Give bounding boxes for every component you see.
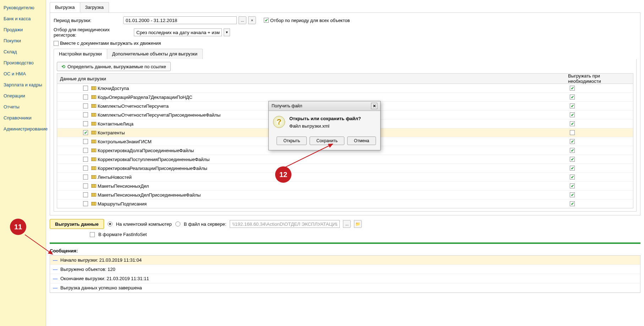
- sidebar-item[interactable]: Покупки: [0, 35, 46, 46]
- tab-export[interactable]: Выгрузка: [50, 2, 80, 12]
- catalog-icon: [91, 157, 96, 161]
- row-name: МаршрутыПодписания: [98, 201, 570, 207]
- row-name: КлючиДоступа: [98, 86, 570, 91]
- row-checkbox[interactable]: [83, 166, 88, 171]
- sidebar-item[interactable]: Зарплата и кадры: [0, 79, 46, 90]
- sidebar-item[interactable]: ОС и НМА: [0, 68, 46, 79]
- dialog-cancel-button[interactable]: Отмена: [347, 137, 376, 145]
- row-checkbox[interactable]: [83, 192, 88, 197]
- row-checkbox[interactable]: [83, 175, 88, 180]
- row-checkbox[interactable]: [83, 112, 88, 117]
- row-name: КодыОперацийРаздела7ДекларацииПоНДС: [98, 95, 570, 100]
- dash-icon: —: [53, 257, 58, 263]
- top-tabs: Выгрузка Загрузка: [50, 2, 640, 13]
- row-checkbox[interactable]: [83, 201, 88, 206]
- catalog-icon: [91, 193, 96, 197]
- row-checkbox[interactable]: [83, 157, 88, 162]
- annotation-11: 11: [10, 219, 26, 235]
- table-row[interactable]: МаршрутыПодписания: [57, 199, 633, 208]
- period-choose-button[interactable]: ...: [239, 16, 246, 24]
- period-clear-button[interactable]: ×: [248, 16, 256, 24]
- export-movements-label: Вместе с документами выгружать их движен…: [60, 41, 161, 46]
- catalog-icon: [91, 131, 96, 134]
- row-flag-checkbox[interactable]: [570, 139, 575, 144]
- export-movements-checkbox[interactable]: [54, 41, 59, 46]
- table-row[interactable]: КодыОперацийРаздела7ДекларацииПоНДС: [57, 93, 633, 102]
- sidebar-item[interactable]: Справочники: [0, 112, 46, 123]
- catalog-icon: [91, 166, 96, 170]
- tab-additional-objects[interactable]: Дополнительные объекты для выгрузки: [107, 49, 203, 59]
- row-checkbox[interactable]: [83, 103, 88, 108]
- catalog-icon: [91, 175, 96, 179]
- period-input[interactable]: [123, 16, 237, 24]
- row-flag-checkbox[interactable]: [570, 183, 575, 188]
- row-checkbox[interactable]: [83, 130, 88, 135]
- export-data-button[interactable]: Выгрузить данные: [50, 219, 104, 229]
- row-checkbox[interactable]: [83, 95, 88, 100]
- table-row[interactable]: ЛентыНовостей: [57, 173, 633, 182]
- message-row: —Начало выгрузки: 21.03.2019 11:31:04: [50, 256, 640, 265]
- row-flag-checkbox[interactable]: [570, 121, 575, 126]
- table-row[interactable]: КлючиДоступа: [57, 84, 633, 93]
- message-text: Окончание выгрузки: 21.03.2019 11:31:11: [60, 276, 149, 281]
- radio-client-computer[interactable]: [108, 221, 113, 226]
- row-checkbox[interactable]: [83, 139, 88, 144]
- catalog-icon: [91, 202, 96, 205]
- row-flag-checkbox[interactable]: [570, 175, 575, 180]
- row-checkbox[interactable]: [83, 148, 88, 153]
- determine-linked-data-button[interactable]: ⟲ Определить данные, выгружаемые по ссыл…: [57, 62, 171, 71]
- fastinfoset-checkbox[interactable]: [90, 232, 95, 237]
- catalog-icon: [91, 149, 96, 152]
- sidebar-item[interactable]: Операции: [0, 90, 46, 101]
- tab-import[interactable]: Загрузка: [80, 2, 109, 12]
- table-row[interactable]: МакетыПенсионныхДел: [57, 182, 633, 191]
- row-name: МакетыПенсионныхДелПрисоединенныеФайлы: [98, 192, 570, 198]
- registers-dropdown-button[interactable]: ▼: [224, 28, 230, 36]
- tab-export-settings[interactable]: Настройки выгрузки: [54, 49, 107, 59]
- dialog-title-text: Получить файл: [272, 103, 302, 108]
- filter-period-all-objects-checkbox[interactable]: [264, 18, 269, 23]
- registers-select[interactable]: [134, 28, 222, 36]
- sidebar-item[interactable]: Отчеты: [0, 101, 46, 112]
- row-flag-checkbox[interactable]: [570, 95, 575, 100]
- table-row[interactable]: КорректировкаПоступленияПрисоединенныеФа…: [57, 155, 633, 164]
- sidebar-item[interactable]: Администрирование: [0, 123, 46, 134]
- path-open-button[interactable]: 📁: [354, 220, 362, 228]
- radio-client-label: На клиентский компьютер: [116, 221, 172, 227]
- sidebar-item[interactable]: Продажи: [0, 24, 46, 35]
- radio-server-file[interactable]: [175, 221, 180, 226]
- dash-icon: —: [53, 285, 58, 290]
- dialog-save-button[interactable]: Сохранить: [310, 137, 344, 145]
- sidebar-item[interactable]: Производство: [0, 57, 46, 68]
- table-row[interactable]: МакетыПенсионныхДелПрисоединенныеФайлы: [57, 191, 633, 199]
- table-row[interactable]: КорректировкаРеализацииПрисоединенныеФай…: [57, 164, 633, 173]
- row-checkbox[interactable]: [83, 86, 88, 91]
- row-flag-checkbox[interactable]: [570, 201, 575, 206]
- row-flag-checkbox[interactable]: [570, 166, 575, 171]
- row-flag-checkbox[interactable]: [570, 157, 575, 162]
- link-icon: ⟲: [61, 64, 65, 69]
- dialog-close-button[interactable]: ✕: [371, 103, 377, 109]
- row-checkbox[interactable]: [83, 183, 88, 188]
- sidebar-item[interactable]: Банк и касса: [0, 13, 46, 24]
- sidebar: РуководителюБанк и кассаПродажиПокупкиСк…: [0, 0, 46, 326]
- row-flag-checkbox[interactable]: [570, 130, 575, 135]
- sidebar-item[interactable]: Руководителю: [0, 2, 46, 13]
- row-flag-checkbox[interactable]: [570, 112, 575, 117]
- server-path-input[interactable]: [230, 220, 340, 228]
- row-flag-checkbox[interactable]: [570, 86, 575, 91]
- row-name: КорректировкаПоступленияПрисоединенныеФа…: [98, 157, 570, 162]
- sidebar-item[interactable]: Склад: [0, 46, 46, 57]
- path-choose-button[interactable]: ...: [343, 220, 351, 228]
- fastinfoset-label: В формате FastInfoSet: [98, 232, 147, 237]
- row-flag-checkbox[interactable]: [570, 192, 575, 197]
- catalog-icon: [91, 104, 96, 108]
- message-row: —Окончание выгрузки: 21.03.2019 11:31:11: [50, 274, 640, 283]
- row-flag-checkbox[interactable]: [570, 148, 575, 153]
- row-name: КорректировкаРеализацииПрисоединенныеФай…: [98, 166, 570, 171]
- row-flag-checkbox[interactable]: [570, 103, 575, 108]
- dialog-open-button[interactable]: Открыть: [277, 137, 307, 145]
- row-checkbox[interactable]: [83, 121, 88, 126]
- dialog-question: Открыть или сохранить файл?: [289, 116, 361, 121]
- separator: [50, 242, 640, 244]
